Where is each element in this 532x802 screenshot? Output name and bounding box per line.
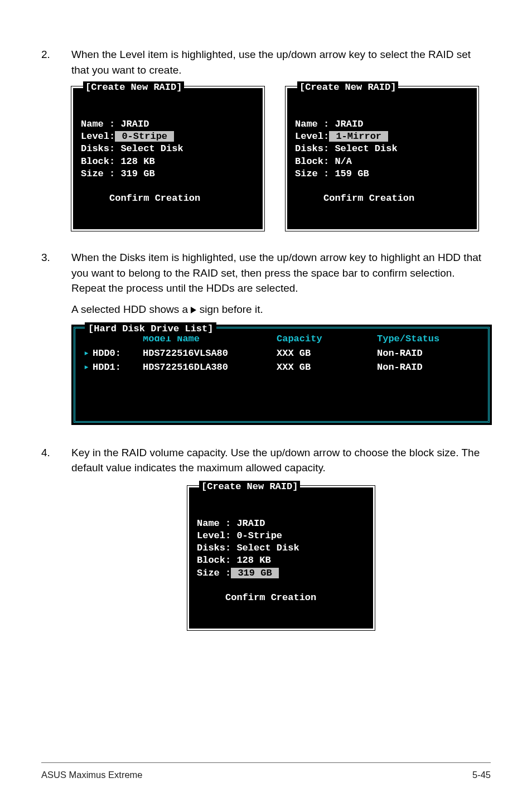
step-text: When the Disks item is highlighted, use … bbox=[71, 250, 491, 296]
field-size: Size : 159 GB bbox=[295, 168, 369, 179]
confirm-creation[interactable]: Confirm Creation bbox=[197, 592, 316, 603]
step-3: 3. When the Disks item is highlighted, u… bbox=[41, 250, 491, 317]
field-block: Block: N/A bbox=[295, 156, 352, 167]
step-text: When the Level item is highlighted, use … bbox=[71, 47, 491, 78]
level-value-highlighted[interactable]: 1-Mirror bbox=[329, 131, 388, 142]
cell-model: HDS722516DLA380 bbox=[143, 360, 277, 375]
step-number: 3. bbox=[41, 250, 71, 317]
disklist-row[interactable]: ▸HDD1: HDS722516DLA380 XXX GB Non-RAID bbox=[80, 360, 483, 375]
field-disks: Disks: Select Disk bbox=[295, 143, 398, 154]
field-size: Size : 319 GB bbox=[81, 168, 155, 179]
field-level: Level: 0-Stripe bbox=[81, 131, 174, 142]
field-disks: Disks: Select Disk bbox=[81, 143, 183, 154]
create-raid-box-mirror: [Create New RAID] Name : JRAID Level: 1-… bbox=[286, 86, 478, 231]
confirm-creation[interactable]: Confirm Creation bbox=[295, 193, 414, 204]
step-4: 4. Key in the RAID volume capacity. Use … bbox=[41, 445, 491, 476]
confirm-creation[interactable]: Confirm Creation bbox=[81, 193, 200, 204]
box-title: [Create New RAID] bbox=[297, 81, 398, 94]
box-title: [Create New RAID] bbox=[83, 81, 184, 94]
field-block: Block: 128 KB bbox=[197, 555, 271, 566]
selected-triangle-icon: ▸ bbox=[84, 346, 89, 361]
field-name: Name : JRAID bbox=[295, 119, 363, 129]
field-name: Name : JRAID bbox=[197, 518, 265, 529]
step-number: 4. bbox=[41, 445, 71, 476]
step-text: Key in the RAID volume capacity. Use the… bbox=[71, 445, 491, 476]
step-number: 2. bbox=[41, 47, 71, 78]
field-level: Level: 0-Stripe bbox=[197, 530, 282, 541]
hard-disk-drive-list: [Hard Disk Drive List] Model Name Capaci… bbox=[71, 325, 492, 425]
col-type-status: Type/Status bbox=[377, 332, 489, 346]
selected-triangle-icon: ▸ bbox=[84, 360, 89, 375]
box-title: [Create New RAID] bbox=[199, 481, 300, 493]
cell-capacity: XXX GB bbox=[277, 360, 377, 375]
cell-capacity: XXX GB bbox=[277, 346, 377, 361]
create-raid-box-size: [Create New RAID] Name : JRAID Level: 0-… bbox=[187, 486, 375, 630]
triangle-icon bbox=[191, 307, 196, 313]
cell-model: HDS722516VLSA80 bbox=[143, 346, 277, 361]
field-block: Block: 128 KB bbox=[81, 156, 155, 167]
field-disks: Disks: Select Disk bbox=[197, 543, 299, 553]
raid-box-row: [Create New RAID] Name : JRAID Level: 0-… bbox=[71, 86, 491, 231]
cell-type-status: Non-RAID bbox=[377, 360, 489, 375]
step-2: 2. When the Level item is highlighted, u… bbox=[41, 47, 491, 78]
field-level: Level: 1-Mirror bbox=[295, 131, 388, 142]
field-size: Size : 319 GB bbox=[197, 568, 279, 578]
field-name: Name : JRAID bbox=[81, 119, 149, 129]
cell-type-status: Non-RAID bbox=[377, 346, 489, 361]
step-aux-text: A selected HDD shows a sign before it. bbox=[71, 302, 491, 317]
size-value-highlighted[interactable]: 319 GB bbox=[231, 568, 279, 578]
create-raid-box-stripe: [Create New RAID] Name : JRAID Level: 0-… bbox=[71, 86, 264, 231]
disklist-title: [Hard Disk Drive List] bbox=[85, 322, 216, 336]
level-value-highlighted[interactable]: 0-Stripe bbox=[115, 131, 174, 142]
col-capacity: Capacity bbox=[277, 332, 377, 346]
disklist-row[interactable]: ▸HDD0: HDS722516VLSA80 XXX GB Non-RAID bbox=[80, 346, 483, 361]
